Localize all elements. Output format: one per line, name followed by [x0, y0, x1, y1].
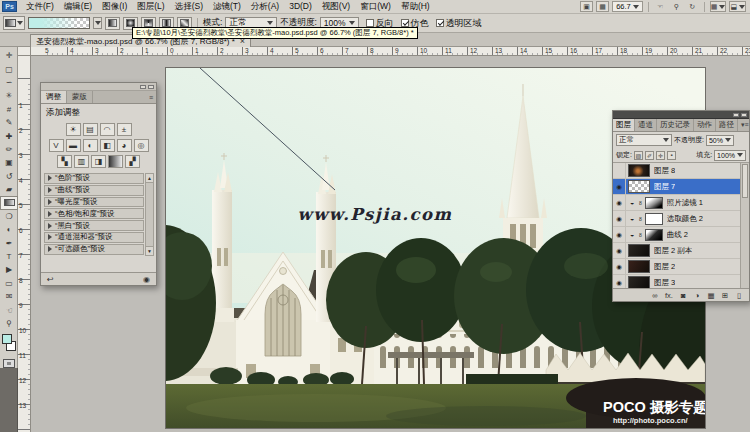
new-group-icon[interactable]: ▦ [706, 291, 716, 300]
layer-row[interactable]: ◉ ◒ 8 图层 2 副本 [613, 243, 740, 259]
layer-row[interactable]: ◉ ◒ 8 曲线 2 [613, 227, 740, 243]
clone-stamp-tool[interactable]: ▣ [0, 156, 18, 169]
zoom-tool-icon[interactable]: ⚲ [670, 1, 683, 12]
layer-row[interactable]: ◉ ◒ 8 照片滤镜 1 [613, 195, 740, 211]
lock-all-icon[interactable]: ▪ [667, 151, 676, 160]
layer-name[interactable]: 图层 3 [654, 278, 675, 288]
vertical-ruler[interactable]: 1 2 3 4 5 6 7 8 9 10 11 12 13 [18, 56, 31, 432]
toolbox-zoom-tool[interactable]: ⚲ [0, 317, 18, 330]
layer-name[interactable]: 图层 8 [654, 166, 675, 176]
lock-transparency-icon[interactable]: ▨ [634, 151, 643, 160]
gradient-editor-swatch[interactable] [28, 17, 90, 29]
menu-item-image[interactable]: 图像(I) [97, 0, 132, 13]
tab-adjustments[interactable]: 调整 [41, 91, 67, 103]
layer-fill-value[interactable]: 100% [714, 150, 746, 161]
type-tool[interactable]: T [0, 250, 18, 263]
close-icon[interactable] [148, 85, 154, 89]
menu-item-window[interactable]: 窗口(W) [355, 0, 396, 13]
link-layers-icon[interactable]: ∞ [650, 291, 660, 300]
posterize-icon[interactable]: ▥ [74, 155, 89, 168]
menu-item-file[interactable]: 文件(F) [21, 0, 59, 13]
horizontal-ruler[interactable]: 5 4 3 2 1 0 1 2 3 4 5 6 7 8 9 10 [31, 47, 750, 56]
layer-opacity-value[interactable]: 50% [706, 135, 734, 146]
levels-icon[interactable]: ▤ [83, 123, 98, 136]
zoom-level-dropdown[interactable]: 66.7 [612, 1, 643, 12]
arrange-documents-icon[interactable]: ▦ [710, 1, 727, 12]
clip-to-layer-icon[interactable]: ◉ [143, 275, 150, 284]
tab-history[interactable]: 历史记录 [657, 119, 694, 131]
return-to-list-icon[interactable]: ↩ [47, 275, 54, 284]
menu-item-edit[interactable]: 编辑(E) [59, 0, 97, 13]
scroll-up-icon[interactable]: ▲ [146, 174, 153, 183]
screen-mode-icon[interactable]: ⬓ [729, 1, 746, 12]
layers-scrollbar[interactable] [740, 163, 749, 291]
menu-item-layer[interactable]: 图层(L) [132, 0, 169, 13]
lasso-tool[interactable]: ∽ [0, 76, 18, 89]
visibility-eye-icon[interactable]: ◉ [613, 227, 626, 242]
layer-blend-mode-dropdown[interactable]: 正常 [616, 134, 672, 146]
layer-row[interactable]: ◉ ◒ 8 选取颜色 2 [613, 211, 740, 227]
black-white-icon[interactable]: ◧ [100, 139, 115, 152]
layer-row[interactable]: ◉ ◒ 8 图层 8 [613, 163, 740, 179]
minimize-icon[interactable] [733, 113, 739, 117]
panel-menu-icon[interactable]: ▾≡ [738, 119, 750, 131]
adjustments-panel-titlebar[interactable] [41, 83, 156, 91]
preset-row[interactable]: “黑白”预设 [44, 220, 144, 231]
layer-name[interactable]: 曲线 2 [667, 230, 688, 240]
visibility-eye-icon[interactable]: ◉ [613, 243, 626, 258]
checkbox-box[interactable] [436, 19, 444, 27]
preset-row[interactable]: “曝光度”预设 [44, 197, 144, 208]
invert-icon[interactable]: ▚ [57, 155, 72, 168]
gradient-map-icon[interactable] [108, 155, 123, 168]
delete-layer-icon[interactable]: ▯ [734, 291, 744, 300]
gradient-tool[interactable] [0, 196, 18, 209]
panel-menu-icon[interactable]: ≡ [146, 91, 156, 103]
preset-scrollbar[interactable]: ▲ ▼ [145, 173, 154, 256]
brush-tool[interactable]: ✏ [0, 143, 18, 156]
visibility-eye-icon[interactable]: ◉ [613, 259, 626, 274]
lock-paint-icon[interactable]: ✐ [645, 151, 654, 160]
layer-thumbnail[interactable] [645, 229, 663, 241]
eraser-tool[interactable]: ▰ [0, 183, 18, 196]
gradient-preset-button[interactable] [3, 16, 25, 30]
shape-tool[interactable]: ▭ [0, 277, 18, 290]
layer-thumbnail[interactable] [628, 180, 650, 193]
foreground-color-swatch[interactable] [2, 334, 12, 344]
brightness-contrast-icon[interactable]: ☀ [66, 123, 81, 136]
layer-name[interactable]: 图层 2 副本 [654, 246, 692, 256]
hand-tool-icon[interactable]: ☜ [654, 1, 667, 12]
tab-paths[interactable]: 路径 [716, 119, 738, 131]
curves-icon[interactable]: ◠ [100, 123, 115, 136]
gradient-picker-arrow[interactable] [93, 17, 102, 29]
hue-saturation-icon[interactable]: ▬ [66, 139, 81, 152]
tab-layers[interactable]: 图层 [613, 119, 635, 131]
eyedropper-tool[interactable]: ✎ [0, 116, 18, 129]
photo-filter-icon[interactable]: ◕ [117, 139, 132, 152]
preset-row[interactable]: “色阶”预设 [44, 173, 144, 184]
layer-thumbnail[interactable] [628, 244, 650, 257]
layer-name[interactable]: 图层 7 [654, 182, 675, 192]
history-brush-tool[interactable]: ↺ [0, 170, 18, 183]
layer-row[interactable]: ◉ ◒ 8 图层 7 [613, 179, 740, 195]
close-icon[interactable] [741, 113, 747, 117]
vibrance-icon[interactable]: V [49, 139, 64, 152]
layer-name[interactable]: 图层 2 [654, 262, 675, 272]
layer-thumbnail[interactable] [628, 164, 650, 177]
quick-mask-button[interactable] [3, 359, 15, 368]
visibility-eye-icon[interactable]: ◉ [613, 163, 626, 178]
marquee-tool[interactable]: ▢ [0, 62, 18, 75]
visibility-eye-icon[interactable]: ◉ [613, 179, 626, 194]
new-adjustment-icon[interactable]: ◑ [692, 291, 702, 300]
menu-item-view[interactable]: 视图(V) [317, 0, 355, 13]
layer-thumbnail[interactable] [645, 197, 663, 209]
layer-name[interactable]: 照片滤镜 1 [667, 198, 703, 208]
crop-tool[interactable]: # [0, 103, 18, 116]
tab-channels[interactable]: 通道 [635, 119, 657, 131]
move-tool[interactable]: ✛ [0, 49, 18, 62]
layer-thumbnail[interactable] [645, 213, 663, 225]
color-balance-icon[interactable]: ◐ [83, 139, 98, 152]
layers-panel-titlebar[interactable] [613, 111, 749, 119]
preset-row[interactable]: “曲线”预设 [44, 185, 144, 196]
threshold-icon[interactable]: ◨ [91, 155, 106, 168]
layer-style-icon[interactable]: fx. [664, 291, 674, 300]
